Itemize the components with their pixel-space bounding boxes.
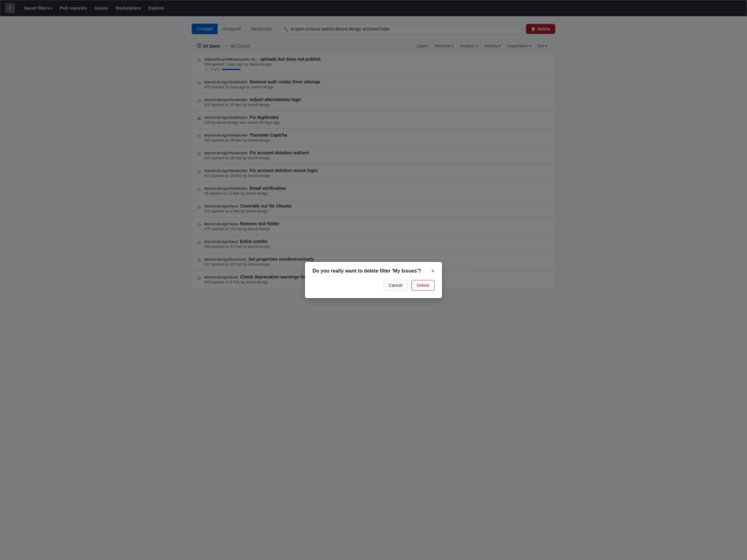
delete-filter-modal: Do you really want to delete filter 'My … xyxy=(305,262,442,296)
modal-overlay: Do you really want to delete filter 'My … xyxy=(0,0,747,296)
confirm-delete-button[interactable]: Delete xyxy=(411,280,435,291)
modal-actions: Cancel Delete xyxy=(312,280,435,291)
modal-header: Do you really want to delete filter 'My … xyxy=(312,268,435,274)
modal-title: Do you really want to delete filter 'My … xyxy=(312,268,421,274)
modal-close-button[interactable]: × xyxy=(431,268,435,274)
cancel-button[interactable]: Cancel xyxy=(383,280,408,291)
